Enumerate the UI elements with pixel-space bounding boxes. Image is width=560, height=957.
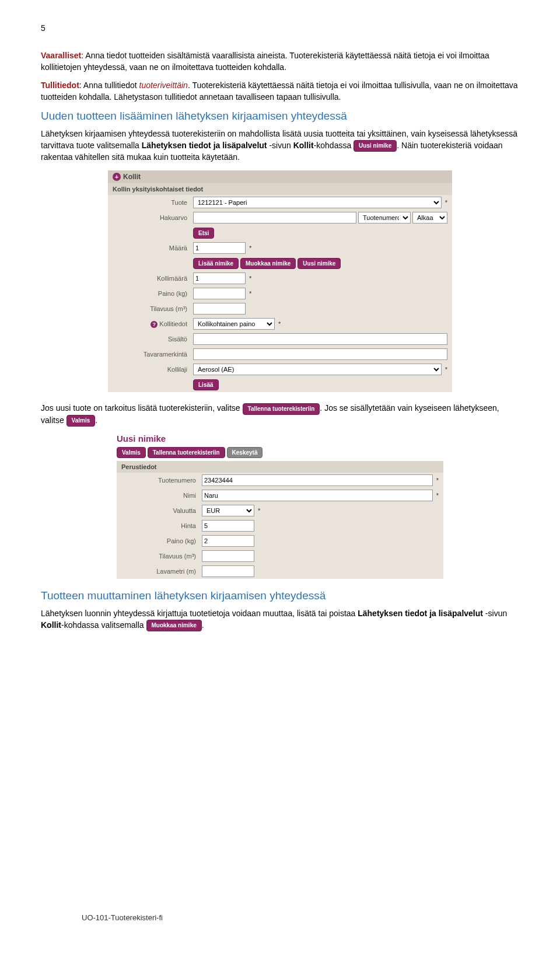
- paragraph-jos-uusi: Jos uusi tuote on tarkoitus lisätä tuote…: [41, 403, 519, 427]
- kollimaara-input[interactable]: [193, 273, 246, 284]
- tilavuus2-input[interactable]: [202, 550, 254, 562]
- label-maara: Määrä: [113, 245, 193, 252]
- keskeyta-button[interactable]: Keskeytä: [227, 447, 263, 458]
- alkaa-select[interactable]: Alkaa: [412, 212, 447, 223]
- kollitiedot-select[interactable]: Kollikohtainen paino: [193, 318, 275, 330]
- tuotenumero-input[interactable]: [202, 474, 433, 486]
- label-tilavuus2: Tilavuus (m³): [121, 553, 202, 560]
- tilavuus-input[interactable]: [193, 303, 246, 315]
- lisaa-nimike-button[interactable]: Lisää nimike: [193, 258, 239, 269]
- heading-uuden-tuotteen: Uuden tuotteen lisääminen lähetyksen kir…: [41, 110, 519, 123]
- hinta-input[interactable]: [202, 520, 254, 532]
- tallenna-tuoterekisteriin-button[interactable]: Tallenna tuoterekisteriin: [148, 447, 225, 458]
- kollilaji-select[interactable]: Aerosol (AE): [193, 364, 442, 375]
- label-hakuarvo: Hakuarvo: [113, 214, 193, 221]
- muokkaa-nimike-button[interactable]: Muokkaa nimike: [240, 258, 296, 269]
- label-tullitiedot: Tullitiedot: [41, 81, 79, 90]
- help-icon[interactable]: ?: [150, 321, 158, 328]
- perustiedot-header: Perustiedot: [117, 461, 443, 473]
- paino2-input[interactable]: [202, 535, 254, 547]
- plus-icon[interactable]: +: [113, 173, 121, 181]
- tuote-select[interactable]: 1212121 - Paperi: [193, 197, 442, 208]
- label-paino: Paino (kg): [113, 290, 193, 297]
- hakuarvo-input[interactable]: [193, 212, 356, 223]
- uusi-nimike-button-inline: Uusi nimike: [354, 140, 397, 152]
- label-lavametri2: Lavametri (m): [121, 568, 202, 575]
- label-tuote: Tuote: [113, 199, 193, 206]
- page-number: 5: [41, 23, 519, 33]
- muokkaa-nimike-inline: Muokkaa nimike: [146, 620, 202, 631]
- tallenna-tuoterekisteriin-inline: Tallenna tuoterekisteriin: [243, 403, 320, 415]
- valmis-inline: Valmis: [66, 415, 96, 427]
- paino-input[interactable]: [193, 288, 246, 299]
- tavaramerkinta-input[interactable]: [193, 348, 447, 360]
- label-tavaramerkinta: Tavaramerkintä: [113, 351, 193, 358]
- uusi-nimike-panel: Uusi nimike Valmis Tallenna tuoterekiste…: [117, 434, 443, 579]
- uusi-nimike-button[interactable]: Uusi nimike: [298, 258, 341, 269]
- paragraph-tullitiedot: Tullitiedot: Anna tullitiedot tuoterivei…: [41, 80, 519, 103]
- paragraph-uuden-tuotteen: Lähetyksen kirjaamisen yhteydessä tuoter…: [41, 128, 519, 163]
- nimi-input[interactable]: [202, 490, 433, 501]
- valuutta-select[interactable]: EUR: [202, 505, 254, 516]
- valmis-button[interactable]: Valmis: [117, 447, 146, 458]
- label-kollitiedot: ?Kollitiedot: [113, 320, 193, 328]
- lisaa-button[interactable]: Lisää: [193, 379, 219, 390]
- kollit-header: +Kollit: [108, 170, 452, 184]
- tuotenumero-select[interactable]: Tuotenumero: [358, 212, 411, 223]
- kollit-subheader: Kollin yksityiskohtaiset tiedot: [108, 183, 452, 195]
- uusi-nimike-title: Uusi nimike: [117, 434, 443, 443]
- paragraph-vaaralliset: Vaaralliset: Anna tiedot tuotteiden sisä…: [41, 50, 519, 73]
- label-kollimaara: Kollimäärä: [113, 275, 193, 282]
- paragraph-tuotteen-muuttaminen: Lähetyksen luonnin yhteydessä kirjattuja…: [41, 608, 519, 631]
- label-valuutta2: Valuutta: [121, 507, 202, 514]
- label-nimi2: Nimi: [121, 492, 202, 499]
- footer-id: UO-101-Tuoterekisteri-fi: [82, 913, 163, 922]
- label-hinta2: Hinta: [121, 522, 202, 529]
- sisalto-input[interactable]: [193, 333, 447, 345]
- label-tilavuus: Tilavuus (m³): [113, 305, 193, 312]
- etsi-button[interactable]: Etsi: [193, 228, 214, 239]
- label-paino2: Paino (kg): [121, 537, 202, 544]
- label-kollilaji: Kollilaji: [113, 366, 193, 373]
- heading-tuotteen-muuttaminen: Tuotteen muuttaminen lähetyksen kirjaami…: [41, 589, 519, 602]
- maara-input[interactable]: [193, 242, 246, 254]
- kollit-panel: +Kollit Kollin yksityiskohtaiset tiedot …: [108, 170, 452, 393]
- lavametri-input[interactable]: [202, 565, 254, 577]
- label-sisalto: Sisältö: [113, 336, 193, 343]
- label-tuotenumero2: Tuotenumero: [121, 477, 202, 484]
- label-vaaralliset: Vaaralliset: [41, 51, 81, 60]
